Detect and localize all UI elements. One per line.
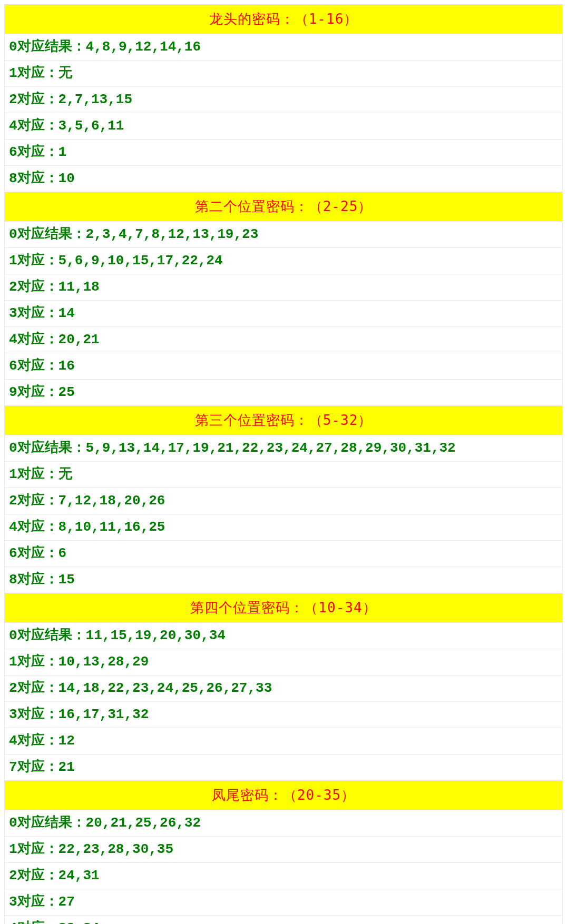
section-header-3: 第四个位置密码：（10-34）: [5, 593, 563, 623]
data-row: 6对应：16: [5, 353, 563, 380]
data-row: 4对应：20,21: [5, 327, 563, 353]
data-row: 2对应：11,18: [5, 274, 563, 301]
data-row: 7对应：21: [5, 754, 563, 781]
password-code-table: 龙头的密码：（1-16）0对应结果：4,8,9,12,14,161对应：无2对应…: [4, 4, 563, 924]
data-row: 1对应：10,13,28,29: [5, 649, 563, 675]
data-row: 0对应结果：4,8,9,12,14,16: [5, 34, 563, 61]
data-row: 6对应：1: [5, 140, 563, 166]
data-row: 0对应结果：20,21,25,26,32: [5, 810, 563, 837]
data-row: 1对应：5,6,9,10,15,17,22,24: [5, 248, 563, 274]
data-row: 8对应：10: [5, 166, 563, 192]
data-row: 2对应：7,12,18,20,26: [5, 488, 563, 514]
data-row: 8对应：15: [5, 567, 563, 593]
section-header-2: 第三个位置密码：（5-32）: [5, 406, 563, 435]
data-row: 1对应：22,23,28,30,35: [5, 837, 563, 863]
data-row: 9对应：25: [5, 380, 563, 406]
data-row: 3对应：27: [5, 889, 563, 916]
data-row: 4对应：3,5,6,11: [5, 113, 563, 140]
data-row: 4对应：8,10,11,16,25: [5, 514, 563, 541]
data-row: 6对应：6: [5, 541, 563, 567]
data-row: 0对应结果：5,9,13,14,17,19,21,22,23,24,27,28,…: [5, 435, 563, 462]
data-row: 4对应：33,34: [5, 916, 563, 925]
data-row: 1对应：无: [5, 462, 563, 488]
data-row: 1对应：无: [5, 61, 563, 87]
data-row: 3对应：14: [5, 301, 563, 327]
data-row: 2对应：24,31: [5, 863, 563, 889]
section-header-4: 凤尾密码：（20-35）: [5, 781, 563, 810]
data-row: 0对应结果：11,15,19,20,30,34: [5, 623, 563, 649]
section-header-0: 龙头的密码：（1-16）: [5, 5, 563, 34]
data-row: 0对应结果：2,3,4,7,8,12,13,19,23: [5, 222, 563, 248]
data-row: 2对应：14,18,22,23,24,25,26,27,33: [5, 675, 563, 702]
section-header-1: 第二个位置密码：（2-25）: [5, 192, 563, 222]
data-row: 3对应：16,17,31,32: [5, 702, 563, 728]
data-row: 2对应：2,7,13,15: [5, 87, 563, 113]
data-row: 4对应：12: [5, 728, 563, 754]
